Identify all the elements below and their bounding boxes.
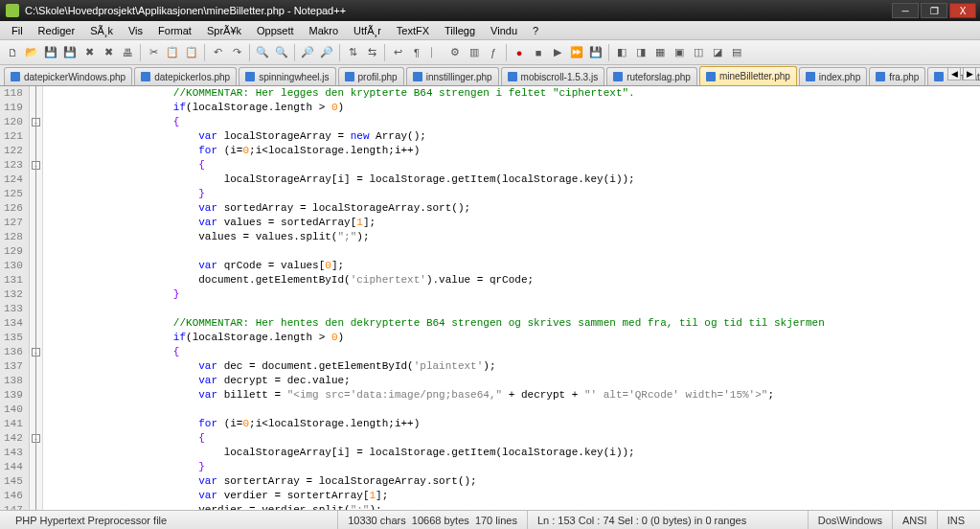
tool5-icon[interactable]: ◫ xyxy=(690,44,707,61)
menu-item-utfã¸r[interactable]: UtfÃ¸r xyxy=(346,23,389,38)
maximize-button[interactable]: ❐ xyxy=(921,3,947,18)
code-line[interactable]: var localStorageArray = new Array(); xyxy=(47,129,980,144)
undo-icon[interactable]: ↶ xyxy=(209,44,226,61)
close-button[interactable]: X xyxy=(949,3,976,18)
code-line[interactable]: values = values.split(";"); xyxy=(47,230,980,244)
menu-item-format[interactable]: Format xyxy=(150,23,199,38)
print-icon[interactable]: 🖶 xyxy=(119,44,136,61)
code-line[interactable]: localStorageArray[i] = localStorage.getI… xyxy=(47,446,980,460)
find-icon[interactable]: 🔍 xyxy=(254,44,271,61)
file-icon xyxy=(806,72,815,81)
wordwrap-icon[interactable]: ↩ xyxy=(389,44,406,61)
save-macro-icon[interactable]: 💾 xyxy=(587,44,604,61)
code-area[interactable]: //KOMMENTAR: Her legges den krypterte B6… xyxy=(43,86,980,510)
code-line[interactable]: document.getElementById('ciphertext').va… xyxy=(47,273,980,288)
play-multi-icon[interactable]: ⏩ xyxy=(568,44,585,61)
close-file-icon[interactable]: ✖ xyxy=(80,44,98,61)
tool1-icon[interactable]: ◧ xyxy=(613,44,630,61)
tab-scroll-left-icon[interactable]: ◀ xyxy=(947,67,961,80)
replace-icon[interactable]: 🔍 xyxy=(273,44,290,61)
code-line[interactable]: } xyxy=(47,460,980,474)
tool2-icon[interactable]: ◨ xyxy=(632,44,650,61)
code-line[interactable]: var sortertArray = localStorageArray.sor… xyxy=(47,474,980,489)
play-macro-icon[interactable]: ▶ xyxy=(549,44,566,61)
tab-datepickerIos-php[interactable]: datepickerIos.php xyxy=(134,67,237,85)
tab-mineBilletter-php[interactable]: mineBilletter.php xyxy=(699,66,797,85)
zoom-out-icon[interactable]: 🔎 xyxy=(318,44,335,61)
doc-map-icon[interactable]: ▥ xyxy=(466,44,483,61)
menu-item-?[interactable]: ? xyxy=(525,23,546,38)
code-line[interactable]: var sortedArray = localStorageArray.sort… xyxy=(47,201,980,216)
minimize-button[interactable]: ─ xyxy=(892,3,919,18)
tab-ruteforslag-php[interactable]: ruteforslag.php xyxy=(606,67,697,85)
editor[interactable]: 1181191201211221231241251261271281291301… xyxy=(0,86,980,510)
func-list-icon[interactable]: ƒ xyxy=(485,44,502,61)
menu-item-sprã¥k[interactable]: SprÃ¥k xyxy=(199,23,249,38)
code-line[interactable]: { xyxy=(47,431,980,446)
menu-item-tillegg[interactable]: Tillegg xyxy=(437,23,483,38)
code-line[interactable]: var verdier = sortertArray[1]; xyxy=(47,489,980,503)
new-file-icon[interactable]: 🗋 xyxy=(4,44,21,61)
sync-v-icon[interactable]: ⇅ xyxy=(344,44,361,61)
menu-item-fil[interactable]: Fil xyxy=(4,23,31,38)
code-line[interactable]: localStorageArray[i] = localStorage.getI… xyxy=(47,172,980,187)
code-line[interactable]: if(localStorage.length > 0) xyxy=(47,101,980,115)
titlebar: C:\Skole\Hovedprosjekt\Applikasjonen\min… xyxy=(0,0,980,21)
code-line[interactable]: for (i=0;i<localStorage.length;i++) xyxy=(47,417,980,431)
tab-profil-php[interactable]: profil.php xyxy=(338,67,404,85)
menu-item-vindu[interactable]: Vindu xyxy=(483,23,525,38)
tab-mobiscroll-1-5-3-js[interactable]: mobiscroll-1.5.3.js xyxy=(501,67,605,85)
code-line[interactable]: var values = sortedArray[1]; xyxy=(47,216,980,230)
save-all-icon[interactable]: 💾 xyxy=(61,44,79,61)
menu-item-oppsett[interactable]: Oppsett xyxy=(249,23,302,38)
paste-icon[interactable]: 📋 xyxy=(183,44,200,61)
tab-datepickerWindows-php[interactable]: datepickerWindows.php xyxy=(4,67,132,85)
code-line[interactable]: { xyxy=(47,115,980,129)
code-line[interactable]: var qrCode = values[0]; xyxy=(47,259,980,273)
show-all-chars-icon[interactable]: ¶ xyxy=(408,44,425,61)
code-line[interactable] xyxy=(47,244,980,259)
record-macro-icon[interactable]: ● xyxy=(511,44,528,61)
fold-margin[interactable]: ---- xyxy=(30,86,43,510)
redo-icon[interactable]: ↷ xyxy=(228,44,245,61)
menu-item-sã¸k[interactable]: SÃ¸k xyxy=(82,23,121,38)
code-line[interactable]: //KOMMENTAR: Her hentes den dekrypterte … xyxy=(47,316,980,331)
code-line[interactable]: var dec = document.getElementById('plain… xyxy=(47,359,980,374)
sync-h-icon[interactable]: ⇆ xyxy=(363,44,380,61)
save-icon[interactable]: 💾 xyxy=(42,44,59,61)
menu-item-rediger[interactable]: Rediger xyxy=(31,23,83,38)
cut-icon[interactable]: ✂ xyxy=(145,44,162,61)
tool3-icon[interactable]: ▦ xyxy=(651,44,669,61)
code-line[interactable]: } xyxy=(47,187,980,201)
tab-spinningwheel-js[interactable]: spinningwheel.js xyxy=(239,67,335,85)
code-line[interactable]: verdier = verdier.split(";"); xyxy=(47,503,980,510)
code-line[interactable]: for (i=0;i<localStorage.length;i++) xyxy=(47,144,980,158)
menu-item-makro[interactable]: Makro xyxy=(302,23,347,38)
indent-guide-icon[interactable]: ⎸ xyxy=(427,44,444,61)
user-lang-icon[interactable]: ⚙ xyxy=(446,44,464,61)
line-number: 145 xyxy=(4,474,23,489)
menu-item-textfx[interactable]: TextFX xyxy=(389,23,437,38)
code-line[interactable]: if(localStorage.length > 0) xyxy=(47,331,980,345)
code-line[interactable]: } xyxy=(47,288,980,302)
tool7-icon[interactable]: ▤ xyxy=(728,44,745,61)
stop-macro-icon[interactable]: ■ xyxy=(530,44,547,61)
open-file-icon[interactable]: 📂 xyxy=(23,44,40,61)
code-line[interactable] xyxy=(47,302,980,316)
code-line[interactable] xyxy=(47,402,980,417)
zoom-in-icon[interactable]: 🔎 xyxy=(299,44,316,61)
code-line[interactable]: var billett = "<img src='data:image/png;… xyxy=(47,388,980,402)
copy-icon[interactable]: 📋 xyxy=(164,44,181,61)
close-all-icon[interactable]: ✖ xyxy=(100,44,117,61)
tab-innstillinger-php[interactable]: innstillinger.php xyxy=(406,67,499,85)
tab-fra-php[interactable]: fra.php xyxy=(869,67,925,85)
menu-item-vis[interactable]: Vis xyxy=(121,23,150,38)
code-line[interactable]: { xyxy=(47,345,980,359)
code-line[interactable]: var decrypt = dec.value; xyxy=(47,374,980,388)
code-line[interactable]: { xyxy=(47,158,980,172)
code-line[interactable]: //KOMMENTAR: Her legges den krypterte B6… xyxy=(47,86,980,101)
tool4-icon[interactable]: ▣ xyxy=(671,44,688,61)
tab-scroll-right-icon[interactable]: ▶ xyxy=(963,67,976,80)
tab-index-php[interactable]: index.php xyxy=(799,67,867,85)
tool6-icon[interactable]: ◪ xyxy=(709,44,726,61)
